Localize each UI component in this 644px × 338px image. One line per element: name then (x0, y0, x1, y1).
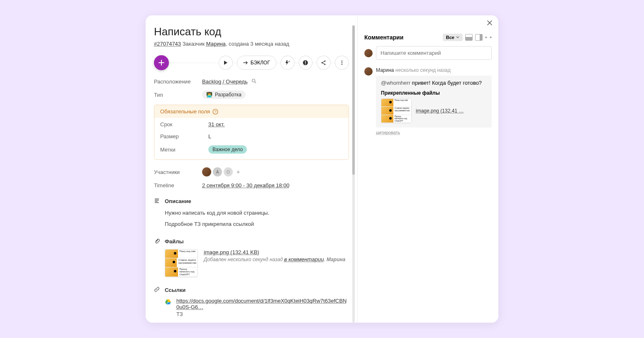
comment-bubble: @whomherr привет! Когда будет готово? Пр… (376, 76, 492, 127)
text-icon (154, 198, 161, 205)
tags-label: Метки (160, 147, 208, 153)
comment-author[interactable]: Марина (376, 67, 394, 73)
location-value[interactable]: Backlog / Очередь (202, 78, 248, 85)
link-icon (154, 287, 161, 294)
description-title: Описание (165, 198, 191, 204)
external-link-row: https://docs.google.com/document/d/1lf3m… (165, 298, 349, 317)
task-subtitle: #27074743 Заказчик Марина, создана 3 мес… (154, 41, 349, 47)
links-header: Ссылки (154, 287, 349, 294)
size-row: Размер L (154, 132, 349, 141)
plus-icon (159, 60, 164, 66)
main-scrollbar[interactable] (352, 25, 355, 323)
avatar[interactable] (202, 167, 211, 176)
created-text: , создана 3 месяца назад (226, 41, 289, 47)
comments-title: Комментарии (364, 34, 403, 41)
backlog-button[interactable]: БЭКЛОГ (237, 56, 276, 70)
task-toolbar: БЭКЛОГ A (154, 55, 349, 70)
tag-chip-label: Важное дело (212, 147, 243, 152)
timeline-value[interactable]: 2 сентября 9:00 - 30 декабря 18:00 (202, 182, 290, 189)
files-header: Файлы (154, 238, 349, 245)
description-line: Подробное ТЗ прикрепила ссылкой (165, 220, 349, 229)
type-label: Тип (154, 92, 202, 98)
task-id-link[interactable]: #27074743 (154, 41, 181, 47)
thumb-text: Прошу написать код ChatGPT (178, 267, 198, 277)
links-title: Ссылки (165, 287, 185, 293)
comment-mention[interactable]: @whomherr (381, 80, 410, 86)
close-button[interactable] (487, 20, 493, 27)
task-title: Написать код (154, 25, 349, 38)
file-name-link[interactable]: image.png (132.41 KB) (204, 249, 259, 255)
comments-panel: Комментарии Все Марина (357, 15, 498, 323)
comment-input[interactable] (376, 46, 492, 60)
automation-button[interactable]: A (281, 56, 295, 70)
size-label: Размер (160, 133, 208, 140)
location-row: Расположение Backlog / Очередь (154, 78, 349, 85)
dev-icon: 👨‍💻 (206, 92, 212, 98)
link-label: ТЗ (176, 311, 349, 317)
comment-attachment-link[interactable]: image.png (132.41 … (416, 108, 463, 114)
avatar[interactable]: А (213, 167, 222, 176)
file-meta-text: Добавлен несколько секунд назад в коммен… (204, 256, 345, 262)
files-title: Файлы (165, 238, 184, 245)
help-circle-icon[interactable]: ? (212, 109, 218, 115)
comment-attachment: Пишу код сам Ставлю задачи программистам… (381, 98, 487, 123)
avatar (364, 67, 373, 76)
required-fields-header: Обязательные поля ? (154, 105, 349, 118)
file-thumbnail[interactable]: Пишу код сам Ставлю задачи программистам… (381, 98, 412, 123)
avatar[interactable]: О (224, 167, 233, 176)
location-label: Расположение (154, 78, 202, 85)
share-button[interactable] (317, 56, 331, 70)
priority-button[interactable] (299, 56, 313, 70)
comment-head: Марина несколько секунд назад (376, 67, 492, 73)
share-icon (321, 60, 327, 66)
file-author: Марина (327, 257, 345, 262)
description-header: Описание (154, 198, 349, 205)
timeline-label: Timeline (154, 182, 202, 189)
file-where-link[interactable]: в комментарии (284, 256, 324, 262)
tag-chip[interactable]: Важное дело (208, 145, 247, 154)
add-participant-button[interactable]: + (234, 168, 242, 176)
participants-row: Участники А О + (154, 167, 349, 176)
quote-button[interactable]: цитировать (376, 130, 400, 135)
comments-header: Комментарии Все (364, 34, 492, 41)
play-button[interactable] (219, 56, 233, 70)
type-chip[interactable]: 👨‍💻 Разработка (202, 91, 246, 99)
description-line: Нужно написать код для новой страницы. (165, 209, 349, 218)
customer-label-text: Заказчик (183, 41, 205, 47)
comments-filter[interactable]: Все (443, 34, 463, 41)
chevron-down-icon (456, 36, 459, 39)
external-url[interactable]: https://docs.google.com/document/d/1lf3m… (176, 298, 346, 310)
svg-text:?: ? (215, 110, 217, 114)
task-modal: Написать код #27074743 Заказчик Марина, … (146, 15, 498, 323)
participants-label: Участники (154, 169, 202, 175)
size-value[interactable]: L (208, 133, 211, 140)
type-row: Тип 👨‍💻 Разработка (154, 91, 349, 99)
required-fields-title: Обязательные поля (160, 108, 210, 115)
deadline-value[interactable]: 31 окт. (208, 121, 224, 127)
exclamation-circle-icon (302, 60, 308, 66)
customer-link[interactable]: Марина (206, 41, 226, 47)
comment-input-row (364, 46, 492, 60)
file-thumbnail[interactable]: Пишу код сам Ставлю задачи программистам… (165, 249, 198, 277)
comment-item: Марина несколько секунд назад @whomherr … (364, 67, 492, 136)
play-icon (224, 61, 228, 65)
more-button[interactable] (335, 56, 349, 70)
tags-row: Метки Важное дело (154, 144, 349, 155)
main-panel: Написать код #27074743 Заказчик Марина, … (146, 15, 357, 323)
location-search-icon[interactable] (251, 79, 256, 85)
comments-filter-label: Все (446, 35, 454, 40)
layout-toggle-2[interactable] (475, 34, 483, 41)
expand-icon[interactable] (485, 34, 492, 41)
layout-toggle-1[interactable] (465, 34, 473, 41)
file-attachment: Пишу код сам Ставлю задачи программистам… (165, 249, 349, 277)
comment-time: несколько секунд назад (395, 67, 451, 73)
required-fields-box: Обязательные поля ? Срок 31 окт. Размер … (154, 105, 349, 160)
close-icon (487, 20, 493, 26)
avatar (364, 49, 373, 57)
scrollbar-thumb[interactable] (352, 25, 355, 175)
svg-rect-2 (305, 61, 306, 63)
add-button[interactable] (154, 55, 169, 70)
backlog-button-label: БЭКЛОГ (251, 60, 270, 66)
thumb-text: Ставлю задачи программистам (177, 258, 198, 267)
type-chip-label: Разработка (215, 92, 242, 98)
